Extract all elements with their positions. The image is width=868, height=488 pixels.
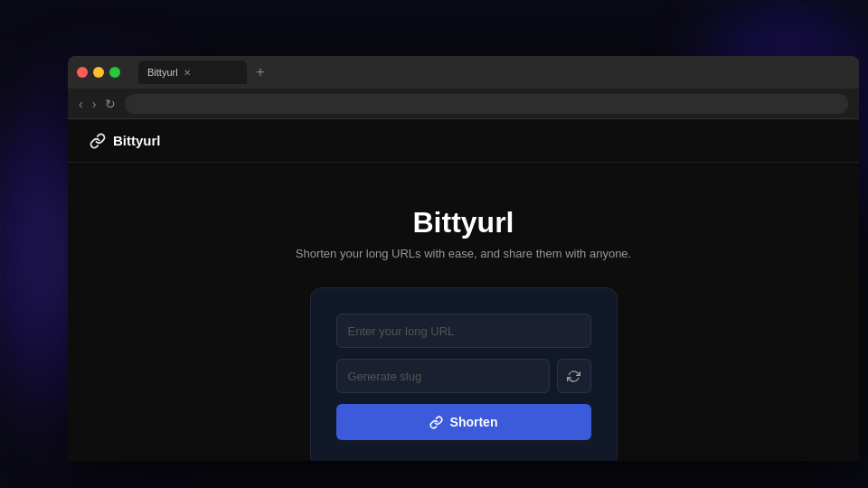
browser-toolbar: ‹ › ↻ [68,89,859,119]
browser-tab-active[interactable]: Bittyurl ✕ [138,61,247,84]
app-title: Bittyurl [413,206,514,239]
forward-button[interactable]: › [92,97,97,111]
shorten-label: Shorten [450,415,498,429]
generate-slug-button[interactable] [557,359,591,393]
traffic-light-minimize[interactable] [93,67,104,78]
slug-input[interactable] [336,359,550,393]
browser-titlebar: Bittyurl ✕ + [68,56,859,89]
shorten-button[interactable]: Shorten [336,404,591,440]
app-navbar: Bittyurl [68,119,859,163]
logo-link-icon [90,133,106,149]
address-bar[interactable] [125,94,848,114]
tab-bar: Bittyurl ✕ + [138,61,850,84]
slug-row [336,359,591,393]
refresh-icon [567,370,580,383]
app-logo-text: Bittyurl [113,133,161,148]
app-logo: Bittyurl [90,133,161,149]
app-main: Bittyurl Shorten your long URLs with eas… [68,163,859,461]
browser-content: Bittyurl Bittyurl Shorten your long URLs… [68,119,859,461]
new-tab-button[interactable]: + [250,62,270,82]
shorten-link-icon [429,416,443,429]
url-shortener-card: Shorten [310,287,618,461]
traffic-light-maximize[interactable] [109,67,120,78]
tab-title: Bittyurl [147,67,178,78]
url-input[interactable] [336,314,591,348]
browser-window: Bittyurl ✕ + ‹ › ↻ Bittyurl Bittyurl [68,56,859,461]
tab-close-icon[interactable]: ✕ [184,68,191,78]
app-subtitle: Shorten your long URLs with ease, and sh… [296,247,631,260]
refresh-button[interactable]: ↻ [105,97,116,111]
traffic-light-close[interactable] [77,67,88,78]
back-button[interactable]: ‹ [79,97,83,111]
traffic-lights [77,67,120,78]
